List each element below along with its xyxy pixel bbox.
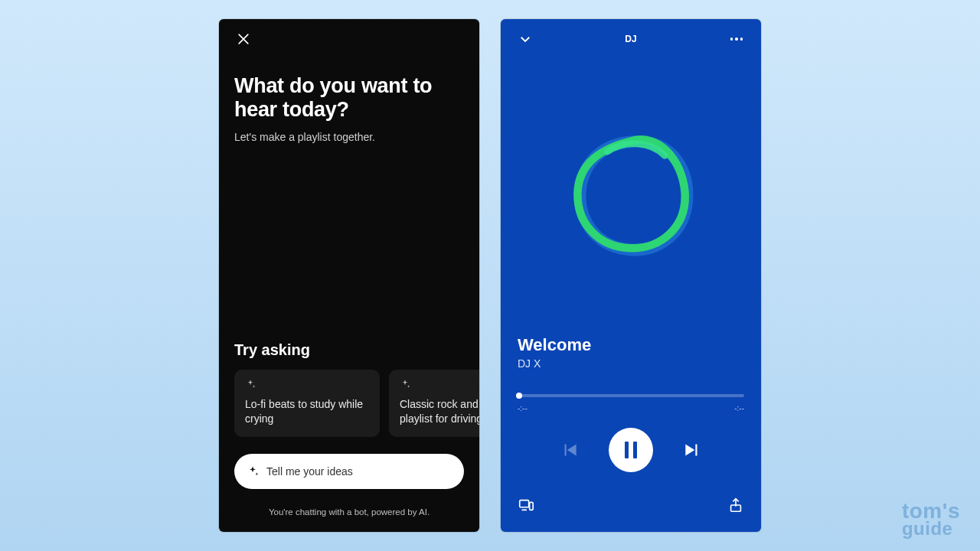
- watermark-logo: tom's guide: [902, 501, 960, 537]
- artist-name: DJ X: [518, 357, 591, 370]
- time-remaining: -:--: [734, 404, 744, 412]
- chat-subtitle: Let's make a playlist together.: [234, 131, 464, 143]
- chat-header: What do you want to hear today? Let's ma…: [234, 74, 464, 143]
- suggestion-text: Lo-fi beats to study while crying: [245, 397, 369, 426]
- try-asking-heading: Try asking: [234, 341, 310, 359]
- player-header-title: DJ: [501, 34, 761, 44]
- svg-rect-0: [520, 500, 529, 507]
- sparkle-icon: [400, 379, 479, 393]
- progress-handle[interactable]: [516, 393, 522, 399]
- time-elapsed: -:--: [518, 404, 528, 412]
- chat-screen: What do you want to hear today? Let's ma…: [219, 19, 479, 532]
- suggestion-text: Classic rock and metal playlist for driv…: [400, 397, 479, 426]
- dj-orb: [501, 126, 761, 260]
- idea-input[interactable]: Tell me your ideas: [234, 454, 464, 489]
- svg-rect-1: [530, 502, 534, 510]
- stage: What do you want to hear today? Let's ma…: [0, 0, 980, 551]
- devices-icon[interactable]: [518, 497, 534, 514]
- input-placeholder: Tell me your ideas: [266, 465, 353, 478]
- pause-icon: [633, 442, 637, 458]
- previous-track-button[interactable]: [558, 439, 581, 461]
- chat-title: What do you want to hear today?: [234, 74, 464, 122]
- progress-bar[interactable]: [518, 394, 744, 397]
- pause-button[interactable]: [609, 428, 653, 472]
- sparkle-icon: [247, 465, 259, 478]
- track-title: Welcome: [518, 335, 591, 355]
- player-top-bar: DJ: [501, 30, 761, 48]
- now-playing-meta: Welcome DJ X: [518, 335, 591, 370]
- sparkle-icon: [245, 379, 369, 393]
- ai-disclaimer: You're chatting with a bot, powered by A…: [219, 507, 479, 517]
- suggestion-card[interactable]: Lo-fi beats to study while crying: [234, 370, 380, 437]
- close-icon[interactable]: [233, 28, 254, 50]
- suggestion-card[interactable]: Classic rock and metal playlist for driv…: [389, 370, 479, 437]
- pause-icon: [625, 442, 629, 458]
- time-readout: -:-- -:--: [518, 404, 744, 412]
- share-icon[interactable]: [727, 497, 744, 514]
- next-track-button[interactable]: [681, 439, 704, 461]
- watermark-line2: guide: [902, 520, 960, 537]
- player-bottom-row: [518, 497, 744, 514]
- playback-controls: [501, 428, 761, 472]
- player-screen: DJ Welcome DJ X -:-- -:--: [501, 19, 761, 532]
- suggestion-row[interactable]: Lo-fi beats to study while crying Classi…: [234, 370, 479, 437]
